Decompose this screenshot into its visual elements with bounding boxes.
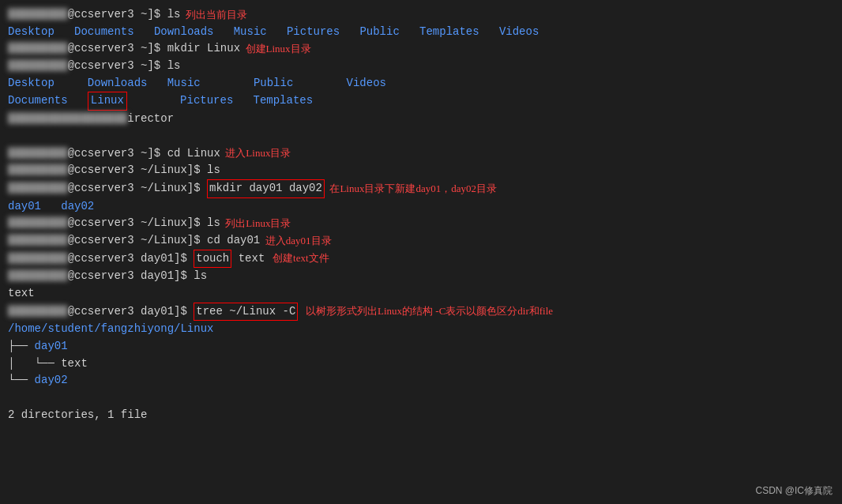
terminal-line: /home/student/fangzhiyong/Linux [8,321,834,338]
dir-desktop: Desktop [8,75,55,92]
blurred-user: █████████ [8,303,68,321]
terminal-line: █████████ @ccserver3 day01]$ touch text … [8,250,834,269]
spacer [267,24,287,41]
terminal-line: █████████ @ccserver3 ~/Linux]$ ls [8,162,834,179]
command-text: @ccserver3 ~]$ mkdir Linux [68,40,240,58]
command-text: @ccserver3 day01]$ ls [68,268,207,285]
summary-text: 2 directories, 1 file [8,407,147,424]
spacer [340,24,359,41]
dir-music: Music [167,75,201,92]
dir-documents: Documents [74,24,134,41]
terminal-line: █████████ @ccserver3 ~/Linux]$ cd day01 … [8,232,834,250]
annotation: 列出Linux目录 [220,216,291,231]
spacer [134,24,154,41]
spacer [147,75,167,92]
spacer [55,24,74,41]
terminal-line: █████████ @ccserver3 ~]$ ls 列出当前目录 [8,6,834,24]
spacer [41,198,61,216]
dir-day02: day02 [61,198,94,216]
terminal-line: █████████ @ccserver3 ~]$ ls [8,58,834,75]
tree-branch: ├── [8,338,35,355]
annotation: 进入day01目录 [260,233,331,249]
command-highlight: tree ~/Linux -C [194,303,298,322]
terminal-line: █████████ @ccserver3 ~/Linux]$ ls 列出Linu… [8,215,834,232]
terminal-line: █████████ @ccserver3 day01]$ ls [8,268,834,285]
spacer [214,24,234,41]
spacer [127,92,180,110]
terminal-line: Desktop Downloads Music Public Videos [8,75,834,92]
dir-music: Music [234,24,267,41]
command-text: @ccserver3 day01]$ [68,303,194,321]
blank-line [8,128,834,145]
blurred-user: █████████ [8,232,68,250]
file-text: text [8,285,35,303]
command-text: @ccserver3 ~/Linux]$ ls [68,215,220,232]
spacer [293,75,346,92]
command-text: text [231,250,265,268]
terminal-line: │ └── text [8,355,834,373]
blurred-user: █████████ [8,180,68,197]
terminal-line: └── day02 [8,372,834,389]
dir-documents: Documents [8,92,68,110]
dir-videos: Videos [499,24,539,41]
blurred-user: █████████ [8,162,68,179]
blurred-user: █████████ [8,6,68,24]
annotation: 进入Linux目录 [220,145,291,161]
dir-pictures: Pictures [287,24,340,41]
partial-text: irector [127,111,174,128]
annotation: 列出当前目录 [180,7,247,23]
command-text: @ccserver3 ~/Linux]$ cd day01 [68,232,261,250]
dir-videos: Videos [347,75,386,92]
annotation: 在Linux目录下新建day01，day02目录 [325,181,497,197]
terminal-line: text [8,285,834,303]
blurred-user: █████████ [8,250,68,268]
blurred-text: ██████████████████ [8,111,127,128]
command-highlight: touch [194,250,231,269]
terminal-line: day01 day02 [8,198,834,216]
dir-downloads: Downloads [88,75,148,92]
annotation: 创建Linux目录 [240,41,311,57]
dir-public: Public [359,24,399,41]
command-text: @ccserver3 day01]$ [68,250,194,268]
terminal-window: █████████ @ccserver3 ~]$ ls 列出当前目录 Deskt… [0,0,842,504]
annotation: 以树形形式列出Linux的结构 -C表示以颜色区分dir和file [298,303,553,319]
terminal-line: █████████ @ccserver3 ~]$ mkdir Linux 创建L… [8,40,834,58]
dir-public: Public [254,75,293,92]
dir-desktop: Desktop [8,24,55,41]
terminal-line: ├── day01 [8,338,834,355]
terminal-line: █████████ @ccserver3 day01]$ tree ~/Linu… [8,303,834,322]
blurred-user: █████████ [8,145,68,163]
blurred-user: █████████ [8,268,68,285]
terminal-line: 2 directories, 1 file [8,407,834,424]
command-text: @ccserver3 ~]$ cd Linux [68,145,220,163]
watermark: CSDN @IC修真院 [755,484,833,498]
terminal-line: Desktop Documents Downloads Music Pictur… [8,24,834,41]
dir-templates: Templates [419,24,479,41]
terminal-line: █████████ @ccserver3 ~]$ cd Linux 进入Linu… [8,145,834,163]
spacer [400,24,419,41]
blurred-user: █████████ [8,215,68,232]
spacer [68,92,88,110]
dir-downloads: Downloads [154,24,214,41]
dir-pictures: Pictures [180,92,233,110]
command-highlight: mkdir day01 day02 [207,179,325,198]
annotation: 创建text文件 [265,250,329,266]
spacer [479,24,499,41]
dir-day01: day01 [8,198,41,216]
tree-dir-day02: day02 [35,372,68,389]
tree-branch: └── [8,372,35,389]
spacer [233,92,253,110]
terminal-line: ██████████████████ irector [8,111,834,128]
linux-path: /home/student/fangzhiyong/Linux [8,321,213,338]
command-text: @ccserver3 ~]$ ls [68,58,181,75]
tree-dir-day01: day01 [35,338,68,355]
blank-line [8,389,834,407]
tree-branch: │ └── [8,355,61,373]
terminal-line: █████████ @ccserver3 ~/Linux]$ mkdir day… [8,179,834,198]
command-text: @ccserver3 ~]$ ls [68,6,181,24]
tree-file-text: text [61,355,88,373]
dir-linux: Linux [88,92,127,111]
command-text: @ccserver3 ~/Linux]$ [68,180,207,197]
terminal-line: Documents Linux Pictures Templates [8,92,834,111]
dir-templates: Templates [254,92,314,110]
